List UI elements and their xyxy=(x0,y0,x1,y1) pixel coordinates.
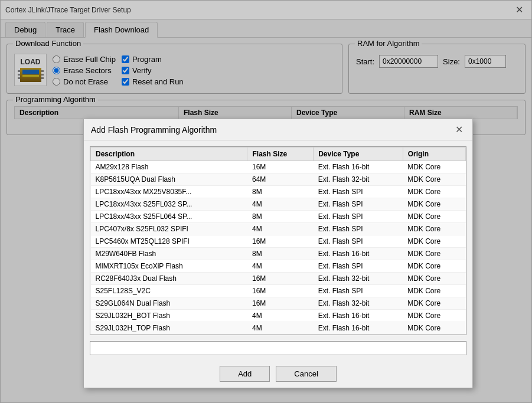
cell-flash-size: 8M xyxy=(247,248,314,260)
cell-description: S29JL032H_TOP Flash xyxy=(91,322,247,335)
cell-origin: MDK Core xyxy=(403,273,465,285)
table-row[interactable]: M29W640FB Flash 8M Ext. Flash 16-bit MDK… xyxy=(91,248,466,260)
cell-origin: MDK Core xyxy=(403,322,465,335)
cell-flash-size: 16M xyxy=(247,273,314,285)
cell-flash-size: 4M xyxy=(247,198,314,211)
cell-description: S25FL128S_V2C xyxy=(91,285,247,297)
cell-description: LPC18xx/43xx S25FL032 SP... xyxy=(91,198,247,211)
table-row[interactable]: MIMXRT105x EcoXiP Flash 4M Ext. Flash SP… xyxy=(91,260,466,273)
cell-device-type: Ext. Flash SPI xyxy=(314,285,403,297)
table-row[interactable]: S29GL064N Dual Flash 16M Ext. Flash 32-b… xyxy=(91,297,466,310)
modal-buttons: Add Cancel xyxy=(84,360,472,388)
cell-flash-size: 64M xyxy=(247,173,314,186)
cell-flash-size: 4M xyxy=(247,260,314,273)
modal-input-row xyxy=(90,341,466,355)
cell-origin: MDK Core xyxy=(403,223,465,235)
main-window: Cortex JLink/JTrace Target Driver Setup … xyxy=(0,0,532,403)
cell-description: S29JL032H_BOT Flash xyxy=(91,310,247,322)
modal-dialog: Add Flash Programming Algorithm ✕ Descri… xyxy=(83,119,473,388)
modal-title-bar: Add Flash Programming Algorithm ✕ xyxy=(84,119,472,140)
table-row[interactable]: LPC18xx/43xx S25FL064 SP... 8M Ext. Flas… xyxy=(91,211,466,223)
cell-device-type: Ext. Flash 32-bit xyxy=(314,297,403,310)
col-header-description: Description xyxy=(91,148,247,161)
cell-origin: MDK Core xyxy=(403,186,465,198)
cell-flash-size: 16M xyxy=(247,297,314,310)
cell-description: K8P5615UQA Dual Flash xyxy=(91,173,247,186)
table-row[interactable]: LPC5460x MT25QL128 SPIFI 16M Ext. Flash … xyxy=(91,235,466,248)
cell-description: LPC5460x MT25QL128 SPIFI xyxy=(91,235,247,248)
table-row[interactable]: LPC18xx/43xx MX25V8035F... 8M Ext. Flash… xyxy=(91,186,466,198)
cell-device-type: Ext. Flash SPI xyxy=(314,235,403,248)
modal-title: Add Flash Programming Algorithm xyxy=(91,125,217,135)
table-row[interactable]: RC28F640J3x Dual Flash 16M Ext. Flash 32… xyxy=(91,273,466,285)
cell-device-type: Ext. Flash 16-bit xyxy=(314,248,403,260)
cell-flash-size: 16M xyxy=(247,235,314,248)
cell-origin: MDK Core xyxy=(403,173,465,186)
cell-origin: MDK Core xyxy=(403,310,465,322)
cell-description: S29GL064N Dual Flash xyxy=(91,297,247,310)
cell-origin: MDK Core xyxy=(403,248,465,260)
cell-flash-size: 4M xyxy=(247,322,314,335)
table-row[interactable]: K8P5615UQA Dual Flash 64M Ext. Flash 32-… xyxy=(91,173,466,186)
table-row[interactable]: LPC407x/8x S25FL032 SPIFI 4M Ext. Flash … xyxy=(91,223,466,235)
cell-device-type: Ext. Flash 16-bit xyxy=(314,310,403,322)
cell-device-type: Ext. Flash SPI xyxy=(314,198,403,211)
cell-description: RC28F640J3x Dual Flash xyxy=(91,273,247,285)
cell-origin: MDK Core xyxy=(403,235,465,248)
algo-table: Description Flash Size Device Type Origi… xyxy=(90,147,466,335)
cell-description: AM29x128 Flash xyxy=(91,161,247,173)
cell-origin: MDK Core xyxy=(403,285,465,297)
cell-description: M29W640FB Flash xyxy=(91,248,247,260)
cell-device-type: Ext. Flash 32-bit xyxy=(314,173,403,186)
cell-device-type: Ext. Flash 32-bit xyxy=(314,273,403,285)
cell-origin: MDK Core xyxy=(403,161,465,173)
cell-flash-size: 16M xyxy=(247,161,314,173)
table-row[interactable]: AM29x128 Flash 16M Ext. Flash 16-bit MDK… xyxy=(91,161,466,173)
algo-table-container: Description Flash Size Device Type Origi… xyxy=(90,146,466,335)
cell-flash-size: 4M xyxy=(247,223,314,235)
cell-device-type: Ext. Flash SPI xyxy=(314,211,403,223)
col-header-device-type: Device Type xyxy=(314,148,403,161)
cell-description: MIMXRT105x EcoXiP Flash xyxy=(91,260,247,273)
cell-device-type: Ext. Flash SPI xyxy=(314,186,403,198)
col-header-flash-size: Flash Size xyxy=(247,148,314,161)
modal-close-button[interactable]: ✕ xyxy=(453,124,465,135)
cell-origin: MDK Core xyxy=(403,260,465,273)
cell-origin: MDK Core xyxy=(403,198,465,211)
col-header-origin: Origin xyxy=(403,148,465,161)
cancel-button[interactable]: Cancel xyxy=(276,366,336,382)
cell-device-type: Ext. Flash SPI xyxy=(314,223,403,235)
table-row[interactable]: S29JL032H_TOP Flash 4M Ext. Flash 16-bit… xyxy=(91,322,466,335)
cell-device-type: Ext. Flash SPI xyxy=(314,260,403,273)
table-row[interactable]: S29JL032H_BOT Flash 4M Ext. Flash 16-bit… xyxy=(91,310,466,322)
cell-flash-size: 8M xyxy=(247,186,314,198)
cell-description: LPC18xx/43xx S25FL064 SP... xyxy=(91,211,247,223)
table-row[interactable]: S25FL128S_V2C 16M Ext. Flash SPI MDK Cor… xyxy=(91,285,466,297)
cell-origin: MDK Core xyxy=(403,297,465,310)
cell-origin: MDK Core xyxy=(403,211,465,223)
cell-device-type: Ext. Flash 16-bit xyxy=(314,161,403,173)
modal-overlay: Add Flash Programming Algorithm ✕ Descri… xyxy=(1,1,531,402)
add-button[interactable]: Add xyxy=(220,366,270,382)
cell-flash-size: 4M xyxy=(247,310,314,322)
cell-description: LPC407x/8x S25FL032 SPIFI xyxy=(91,223,247,235)
cell-flash-size: 8M xyxy=(247,211,314,223)
cell-device-type: Ext. Flash 16-bit xyxy=(314,322,403,335)
cell-flash-size: 16M xyxy=(247,285,314,297)
algo-path-input[interactable] xyxy=(90,341,466,355)
table-row[interactable]: LPC18xx/43xx S25FL032 SP... 4M Ext. Flas… xyxy=(91,198,466,211)
cell-description: LPC18xx/43xx MX25V8035F... xyxy=(91,186,247,198)
